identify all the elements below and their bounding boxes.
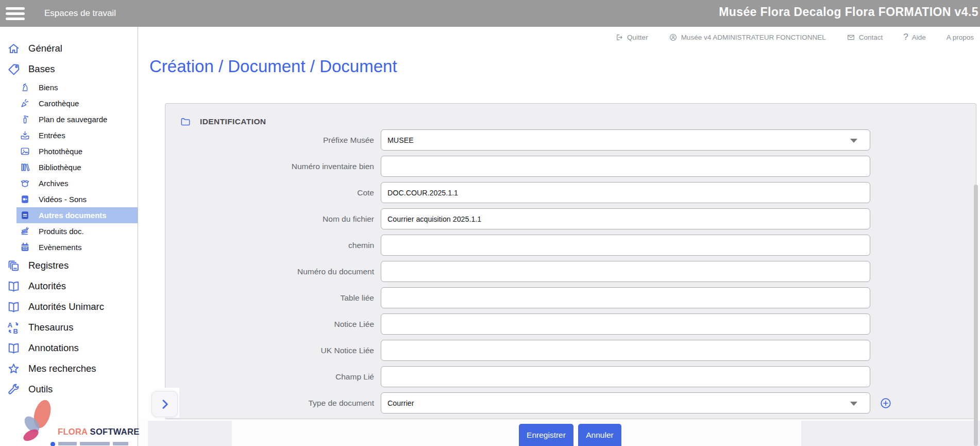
- question-icon: ?: [903, 32, 908, 42]
- svg-text:A: A: [8, 321, 12, 328]
- cancel-button[interactable]: Annuler: [578, 424, 621, 446]
- sidebar-item-videos-sons[interactable]: Vidéos - Sons: [16, 191, 138, 207]
- folder-icon: [180, 116, 191, 127]
- menu-quitter[interactable]: Quitter: [615, 33, 648, 42]
- form-fields: Préfixe MuséeMUSEENuméro inventaire bien…: [165, 129, 976, 414]
- field-input-table-liee[interactable]: [381, 287, 870, 308]
- sidebar-item-produits-doc[interactable]: Produits doc.: [16, 223, 138, 239]
- sidebar-item-label: Général: [28, 43, 62, 54]
- sidebar-item-autorites[interactable]: Autorités: [0, 276, 138, 296]
- sidebar-nav: GénéralBasesBiensCarothèquePlan de sauve…: [0, 27, 138, 400]
- open-book-icon: [7, 300, 21, 314]
- extinguisher-icon: [20, 114, 30, 125]
- brand-logo: FLORA SOFTWARE: [0, 398, 138, 446]
- field-label-nom-du-fichier: Nom du fichier: [165, 214, 381, 224]
- form-row-type-de-document: Type de documentCourrier: [165, 392, 976, 414]
- calendar-icon: [20, 242, 30, 253]
- wrench-icon: [7, 383, 21, 397]
- registers-icon: [7, 259, 21, 273]
- expand-panel-button[interactable]: [151, 391, 178, 417]
- menu-apropos-label: A propos: [947, 34, 974, 41]
- sidebar-item-label: Entrées: [39, 131, 65, 140]
- sidebar-item-label: Archives: [39, 179, 69, 188]
- field-input-notice-liee[interactable]: [381, 313, 870, 335]
- sidebar-item-carotheque[interactable]: Carothèque: [16, 95, 138, 111]
- save-button[interactable]: Enregistrer: [519, 424, 573, 446]
- brand-tagline-clipped: [50, 442, 128, 446]
- menu-contact[interactable]: Contact: [847, 33, 883, 42]
- user-name-label: Musée v4 ADMINISTRATEUR FONCTIONNEL: [681, 34, 826, 41]
- field-input-prefixe-musee[interactable]: MUSEE: [381, 129, 870, 151]
- field-label-table-liee: Table liée: [165, 293, 381, 303]
- sidebar-item-thesaurus[interactable]: ABThesaurus: [0, 317, 138, 338]
- sidebar-item-label: Carothèque: [39, 99, 79, 108]
- sidebar-item-label: Thesaurus: [28, 322, 73, 333]
- field-value: Courrier acquisition 2025.1.1: [387, 214, 481, 223]
- sidebar-item-plan-de-sauvegarde[interactable]: Plan de sauvegarde: [16, 111, 138, 127]
- form-row-champ-lie: Champ Lié: [165, 366, 976, 387]
- sidebar-item-biens[interactable]: Biens: [16, 79, 138, 95]
- hamburger-menu-icon[interactable]: [6, 7, 25, 20]
- sidebar-item-label: Autorités Unimarc: [28, 301, 104, 312]
- field-input-uk-notice-liee[interactable]: [381, 340, 870, 361]
- video-file-icon: [20, 194, 30, 205]
- vertical-scrollbar[interactable]: [974, 185, 978, 446]
- brand-name-secondary: SOFTWARE: [90, 427, 140, 436]
- sidebar-item-bases[interactable]: Bases: [0, 59, 138, 79]
- field-input-numero-inventaire-bien[interactable]: [381, 156, 870, 177]
- form-row-uk-notice-liee: UK Notice Liée: [165, 340, 976, 361]
- chess-knight-icon: [20, 82, 30, 93]
- user-icon: [669, 33, 678, 42]
- sidebar-item-archives[interactable]: Archives: [16, 175, 138, 191]
- menu-apropos[interactable]: A propos: [947, 34, 974, 41]
- field-label-numero-du-document: Numéro du document: [165, 267, 381, 276]
- form-row-nom-du-fichier: Nom du fichierCourrier acquisition 2025.…: [165, 208, 976, 229]
- identification-panel: IDENTIFICATION Préfixe MuséeMUSEENuméro …: [165, 103, 976, 419]
- field-value: Courrier: [387, 399, 414, 407]
- menu-aide[interactable]: ? Aide: [903, 32, 926, 42]
- field-input-type-de-document[interactable]: Courrier: [381, 392, 870, 414]
- sidebar-item-annotations[interactable]: Annotations: [0, 338, 138, 358]
- topbar: Espaces de travail Musée Flora Decalog F…: [0, 0, 980, 27]
- form-row-cote: CoteDOC.COUR.2025.1.1: [165, 182, 976, 203]
- star-icon: [7, 362, 21, 376]
- field-input-nom-du-fichier[interactable]: Courrier acquisition 2025.1.1: [381, 208, 870, 229]
- sidebar-item-label: Produits doc.: [39, 227, 84, 236]
- sidebar-item-label: Biens: [39, 83, 58, 92]
- field-label-chemin: chemin: [165, 241, 381, 250]
- form-row-table-liee: Table liée: [165, 287, 976, 308]
- field-label-champ-lie: Champ Lié: [165, 372, 381, 382]
- sidebar-item-autres-documents[interactable]: Autres documents: [16, 207, 138, 223]
- sidebar-item-outils[interactable]: Outils: [0, 379, 138, 400]
- sidebar-item-general[interactable]: Général: [0, 38, 138, 59]
- field-input-chemin[interactable]: [381, 235, 870, 256]
- sidebar-item-mes-recherches[interactable]: Mes recherches: [0, 358, 138, 379]
- sidebar: GénéralBasesBiensCarothèquePlan de sauve…: [0, 27, 138, 446]
- sidebar-item-registres[interactable]: Registres: [0, 255, 138, 276]
- sidebar-item-autorites-unimarc[interactable]: Autorités Unimarc: [0, 296, 138, 317]
- add-type-de-document-button[interactable]: [880, 397, 892, 409]
- field-label-cote: Cote: [165, 188, 381, 197]
- workspace-label[interactable]: Espaces de travail: [44, 8, 116, 19]
- sidebar-item-label: Bibliothèque: [39, 163, 81, 172]
- sidebar-item-entrees[interactable]: Entrées: [16, 127, 138, 143]
- sidebar-item-label: Outils: [28, 384, 53, 395]
- app-window: Espaces de travail Musée Flora Decalog F…: [0, 0, 980, 446]
- sidebar-item-phototheque[interactable]: Photothèque: [16, 143, 138, 159]
- sidebar-item-evenements[interactable]: Evènements: [16, 239, 138, 255]
- field-value: DOC.COUR.2025.1.1: [387, 188, 458, 197]
- field-input-cote[interactable]: DOC.COUR.2025.1.1: [381, 182, 870, 203]
- inbox-download-icon: [20, 130, 30, 141]
- field-label-notice-liee: Notice Liée: [165, 320, 381, 329]
- field-input-numero-du-document[interactable]: [381, 261, 870, 282]
- sidebar-item-label: Bases: [28, 63, 55, 75]
- sidebar-item-bibliotheque[interactable]: Bibliothèque: [16, 159, 138, 175]
- section-header[interactable]: IDENTIFICATION: [180, 116, 266, 127]
- sidebar-item-label: Mes recherches: [28, 363, 96, 374]
- user-menu[interactable]: Musée v4 ADMINISTRATEUR FONCTIONNEL: [669, 33, 826, 42]
- field-label-numero-inventaire-bien: Numéro inventaire bien: [165, 162, 381, 171]
- sort-alpha-icon: AB: [7, 321, 21, 335]
- sidebar-item-label: Evènements: [39, 243, 81, 252]
- field-value: MUSEE: [387, 136, 414, 144]
- field-input-champ-lie[interactable]: [381, 366, 870, 387]
